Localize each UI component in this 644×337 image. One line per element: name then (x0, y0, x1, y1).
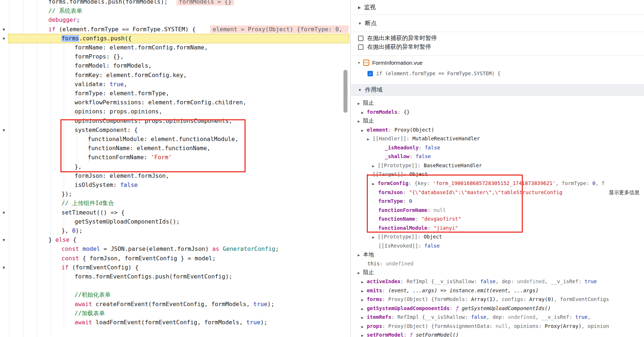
scope-property-row[interactable]: ▶element: Proxy(Object) (351, 125, 644, 134)
code-token: { (69, 236, 76, 243)
scope-group-label: 阻止 (363, 117, 374, 124)
expanded-arrow-icon[interactable]: ▾ (358, 61, 360, 65)
code-token: ); (261, 319, 267, 326)
expand-arrow-icon[interactable]: ▶ (358, 251, 360, 259)
scope-property-row[interactable]: ▶[[Prototype]]: Object (351, 232, 644, 241)
expand-arrow-icon[interactable]: ▶ (358, 117, 360, 125)
scope-property-row[interactable]: ▶itemRefs: RefImpl {__v_isShallow: false… (351, 313, 644, 321)
code-token: const (61, 245, 79, 252)
code-fold-arrow-icon[interactable]: ▼ (2, 27, 7, 32)
code-token: workflowPermissions: element.formConfig.… (75, 99, 246, 106)
colon-separator: : (418, 234, 424, 240)
scope-property-row[interactable]: _shallow: false (351, 152, 644, 161)
scope-property-row[interactable]: ▶forms: Proxy(Object) {formModels: Array… (351, 295, 644, 304)
indent-spacer (361, 261, 367, 266)
code-line: formJson: element.formJson, (75, 171, 169, 181)
expand-arrow-icon[interactable]: ▶ (367, 135, 369, 143)
scope-property-row[interactable]: ▶setFormModel: ƒ setFormModel() (351, 330, 644, 337)
expand-arrow-icon[interactable]: ▶ (361, 313, 363, 321)
code-line: await createFormEvent(formEventConfig, f… (75, 300, 274, 309)
watch-section-header[interactable]: ▶ 监视 (351, 0, 644, 15)
scope-property-row[interactable]: _isReadonly: false (351, 143, 644, 152)
property-name: formModels (367, 109, 397, 115)
pause-on-uncaught-exceptions-row[interactable]: 在抛出未捕获的异常时暂停 (358, 35, 437, 42)
expand-arrow-icon[interactable]: ▶ (358, 269, 360, 277)
scope-property-row[interactable]: ▶[[Handler]]: MutableReactiveHandler (351, 134, 644, 143)
code-line: getSystemUploadComponentIds(); (75, 217, 180, 226)
code-token: .configs.push({ (79, 35, 132, 42)
expand-arrow-icon[interactable]: ▶ (372, 233, 374, 241)
property-value: , dep: (486, 314, 508, 320)
code-token (79, 245, 83, 252)
pause-uncaught-label: 在抛出未捕获的异常时暂停 (367, 35, 437, 42)
property-value: null (496, 323, 508, 329)
code-token: else (55, 236, 69, 243)
expand-arrow-icon[interactable]: ▶ (372, 162, 374, 170)
pause-on-caught-exceptions-row[interactable]: 在抛出捕获的异常时暂停 (358, 43, 431, 51)
scope-property-row[interactable]: ▶props: Proxy(Object) {formAssignmentDat… (351, 322, 644, 330)
scope-property-row[interactable]: [[IsRevoked]]: false (351, 241, 644, 250)
scope-property-row[interactable]: ▶activeIndex: RefImpl {__v_isShallow: fa… (351, 277, 644, 286)
code-token: { formJson, formEventConfig } = model; (79, 255, 216, 262)
code-token: formModel: formModels, (75, 62, 152, 69)
scope-property-row[interactable]: this: undefined (351, 259, 644, 268)
code-token: createFormEvent(formEventConfig, formMod… (92, 301, 253, 308)
expanded-arrow-icon[interactable]: ▼ (358, 88, 362, 92)
property-value: RefImpl { (397, 314, 425, 320)
expand-arrow-icon[interactable]: ▶ (361, 287, 363, 295)
code-token: ; (76, 16, 80, 23)
editor-vertical-scrollbar-thumb[interactable] (343, 70, 347, 113)
property-name: element (367, 127, 388, 133)
property-value: setFormModel() (416, 332, 459, 337)
scope-section-label: 作用域 (365, 86, 382, 94)
code-line: isOldSystem: false (75, 180, 138, 190)
checkbox-unchecked-icon[interactable] (358, 44, 363, 50)
expand-arrow-icon[interactable]: ▶ (361, 126, 363, 134)
expand-arrow-icon[interactable]: ▶ (361, 108, 363, 116)
indent-spacer (379, 153, 385, 159)
colon-separator: : (401, 278, 407, 284)
property-value: false (480, 278, 496, 284)
property-name: getSystemUploadComponentIds (367, 305, 450, 311)
code-token: formJson: element.formJson, (75, 172, 169, 179)
code-fold-arrow-icon[interactable]: ▼ (2, 265, 7, 270)
expand-arrow-icon[interactable]: ▶ (361, 296, 363, 304)
property-value: , opinion (581, 323, 609, 329)
breakpoint-entry[interactable]: ✓ if (element.formType == FormType.SYSTE… (367, 69, 500, 78)
property-value: , f (596, 180, 605, 186)
colon-separator: : (382, 323, 388, 329)
red-annotation-rectangle (367, 174, 523, 233)
code-line: //初始化表单 (75, 290, 111, 300)
scope-group-row[interactable]: ▶阻止 (351, 99, 644, 107)
scope-property-row[interactable]: ▶[[Prototype]]: BaseReactiveHandler (351, 161, 644, 170)
checkbox-checked-icon[interactable]: ✓ (367, 71, 373, 76)
expand-arrow-icon[interactable]: ▶ (361, 322, 363, 330)
property-value: , __v_isRef: (545, 278, 585, 284)
scope-property-row[interactable]: ▶getSystemUploadComponentIds: ƒ getSyste… (351, 304, 644, 313)
expand-arrow-icon[interactable]: ▶ (358, 99, 360, 107)
scope-property-row[interactable]: ▶emits: (event, ...args) => instance.emi… (351, 286, 644, 295)
collapsed-arrow-icon[interactable]: ▶ (358, 5, 361, 9)
expand-arrow-icon[interactable]: ▶ (361, 331, 363, 337)
code-fold-arrow-icon[interactable]: ▼ (2, 36, 7, 41)
expanded-arrow-icon[interactable]: ▼ (358, 21, 362, 25)
inline-eval-value: element = Proxy(Object) {formType: 0, (210, 25, 349, 33)
breakpoints-section-header[interactable]: ▼ 断点 (351, 15, 644, 32)
checkbox-unchecked-icon[interactable] (358, 36, 363, 41)
code-token: // 上传组件Id集合 (61, 200, 114, 206)
code-fold-arrow-icon[interactable]: ▼ (2, 238, 7, 242)
code-token: //加载表单 (75, 310, 105, 317)
scope-section-header[interactable]: ▼ 作用域 (351, 84, 644, 96)
expand-arrow-icon[interactable]: ▶ (361, 278, 363, 286)
scope-group-row[interactable]: ▶阻止 (351, 268, 644, 277)
code-line: if (element.formType == FormType.SYSTEM)… (48, 25, 349, 34)
breakpoint-file-group[interactable]: ▾ <> FormInformation.vue (351, 58, 422, 67)
scope-property-row[interactable]: ▶formModels: {} (351, 108, 644, 116)
property-value: BaseReactiveHandler (424, 163, 482, 168)
scope-group-row[interactable]: ▶阻止 (351, 116, 644, 125)
expand-arrow-icon[interactable]: ▶ (361, 305, 363, 313)
scope-group-row[interactable]: ▶本地 (351, 250, 644, 259)
code-fold-arrow-icon[interactable]: ▼ (2, 128, 7, 132)
code-fold-arrow-icon[interactable]: ▼ (2, 210, 7, 215)
property-name: _isReadonly (385, 145, 419, 151)
